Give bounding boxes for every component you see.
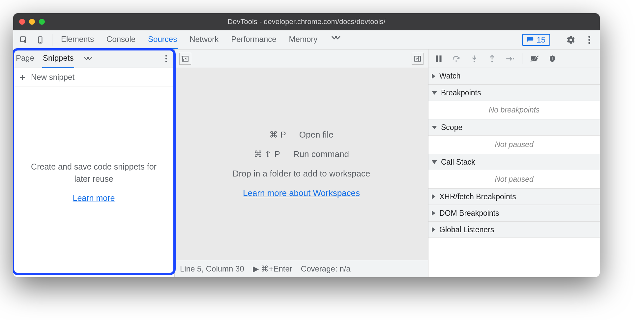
expand-icon	[432, 227, 435, 232]
new-snippet-label: New snippet	[31, 73, 74, 82]
section-global-listeners-header[interactable]: Global Listeners	[428, 221, 600, 238]
section-watch-header[interactable]: Watch	[428, 68, 600, 84]
svg-point-15	[455, 60, 457, 62]
tab-network[interactable]: Network	[189, 31, 219, 49]
shortcut-keys: ⌘ ⇧ P	[254, 149, 280, 159]
collapse-icon	[432, 126, 437, 129]
status-coverage: Coverage: n/a	[301, 264, 351, 273]
section-callstack-header[interactable]: Call Stack	[428, 154, 600, 170]
section-scope-body: Not paused	[428, 136, 600, 154]
main-tabstrip: Elements Console Sources Network Perform…	[13, 30, 600, 49]
svg-rect-14	[439, 55, 441, 62]
section-title: DOM Breakpoints	[439, 209, 499, 218]
snippets-learn-more-link[interactable]: Learn more	[73, 193, 115, 203]
workspace-drop-hint: Drop in a folder to add to workspace	[233, 169, 370, 179]
svg-point-3	[588, 36, 590, 38]
deactivate-breakpoints-button[interactable]	[528, 52, 542, 66]
editor-pane: ⌘ P Open file ⌘ ⇧ P Run command Drop in …	[175, 49, 428, 277]
svg-point-17	[474, 61, 475, 62]
svg-rect-26	[553, 57, 553, 60]
inspect-element-button[interactable]	[16, 33, 31, 47]
svg-point-21	[513, 58, 514, 59]
tab-elements[interactable]: Elements	[60, 31, 95, 49]
issues-button[interactable]: 15	[522, 34, 550, 46]
workspaces-learn-more-link[interactable]: Learn more about Workspaces	[243, 188, 360, 198]
settings-button[interactable]	[564, 33, 578, 47]
new-snippet-button[interactable]: ＋ New snippet	[13, 68, 174, 86]
shortcut-open-file: ⌘ P Open file	[269, 130, 334, 140]
tab-sources[interactable]: Sources	[147, 31, 178, 49]
section-title: Global Listeners	[439, 225, 494, 234]
main-tabs: Elements Console Sources Network Perform…	[60, 31, 342, 49]
empty-state-text: Create and save code snippets for later …	[24, 161, 163, 185]
shortcut-label: Run command	[293, 149, 349, 159]
editor-toolbar	[175, 49, 428, 68]
svg-point-5	[588, 42, 590, 44]
debugger-pane: Watch Breakpoints No breakpoints Scope N…	[428, 49, 600, 277]
section-title: Scope	[441, 123, 462, 132]
device-toolbar-button[interactable]	[33, 33, 47, 47]
navigator-tab-page[interactable]: Page	[15, 49, 35, 68]
svg-point-7	[165, 58, 167, 59]
navigator-tab-snippets[interactable]: Snippets	[42, 49, 74, 68]
divider	[52, 34, 52, 46]
step-over-button[interactable]	[450, 52, 463, 66]
svg-point-8	[165, 61, 167, 62]
section-xhr-breakpoints-header[interactable]: XHR/fetch Breakpoints	[428, 188, 600, 205]
editor-statusbar: Line 5, Column 30 ▶ ⌘+Enter Coverage: n/…	[175, 260, 428, 277]
main-area: Page Snippets ＋ New snippet Create and s…	[13, 49, 600, 277]
shortcut-label: Open file	[299, 130, 334, 140]
issues-count: 15	[537, 35, 545, 45]
window-zoom-button[interactable]	[39, 19, 45, 25]
svg-point-4	[588, 39, 590, 41]
devtools-window: DevTools - developer.chrome.com/docs/dev…	[13, 13, 600, 277]
section-title: Watch	[439, 72, 460, 80]
more-tabs-button[interactable]	[329, 31, 342, 45]
pause-on-exceptions-button[interactable]	[545, 52, 559, 66]
divider	[557, 34, 557, 46]
section-breakpoints-header[interactable]: Breakpoints	[428, 84, 600, 101]
step-button[interactable]	[503, 52, 517, 66]
navigator-more-tabs-button[interactable]	[81, 52, 94, 65]
section-title: Breakpoints	[441, 88, 481, 97]
section-title: XHR/fetch Breakpoints	[439, 192, 516, 201]
traffic-lights	[19, 19, 45, 25]
svg-rect-13	[436, 55, 438, 62]
tab-console[interactable]: Console	[106, 31, 136, 49]
window-close-button[interactable]	[19, 19, 25, 25]
more-options-button[interactable]	[582, 33, 597, 47]
expand-icon	[432, 74, 435, 79]
svg-point-19	[491, 61, 493, 62]
step-out-button[interactable]	[485, 52, 499, 66]
status-run-shortcut: ▶ ⌘+Enter	[253, 264, 292, 273]
plus-icon: ＋	[18, 73, 27, 82]
window-minimize-button[interactable]	[29, 19, 35, 25]
collapse-icon	[432, 160, 437, 164]
tab-performance[interactable]: Performance	[230, 31, 277, 49]
show-navigator-button[interactable]	[179, 53, 191, 65]
navigator-tabs: Page Snippets	[13, 49, 174, 68]
show-debugger-button[interactable]	[412, 53, 424, 65]
expand-icon	[432, 194, 435, 199]
section-title: Call Stack	[441, 158, 475, 167]
divider	[522, 53, 522, 64]
editor-placeholder: ⌘ P Open file ⌘ ⇧ P Run command Drop in …	[175, 68, 428, 260]
section-dom-breakpoints-header[interactable]: DOM Breakpoints	[428, 205, 600, 221]
titlebar: DevTools - developer.chrome.com/docs/dev…	[13, 13, 600, 30]
status-cursor-position: Line 5, Column 30	[180, 264, 244, 273]
navigator-pane: Page Snippets ＋ New snippet Create and s…	[13, 49, 175, 277]
section-breakpoints-body: No breakpoints	[428, 101, 600, 119]
expand-icon	[432, 210, 435, 216]
debugger-toolbar	[428, 49, 600, 68]
svg-point-6	[165, 55, 167, 56]
step-into-button[interactable]	[467, 52, 481, 66]
section-callstack-body: Not paused	[428, 170, 600, 188]
navigator-options-button[interactable]	[160, 52, 172, 65]
collapse-icon	[432, 91, 437, 95]
section-scope-header[interactable]: Scope	[428, 119, 600, 136]
shortcut-run-command: ⌘ ⇧ P Run command	[254, 149, 349, 159]
svg-rect-25	[552, 57, 552, 60]
tab-memory[interactable]: Memory	[288, 31, 318, 49]
window-title: DevTools - developer.chrome.com/docs/dev…	[13, 17, 600, 26]
pause-resume-button[interactable]	[432, 52, 446, 66]
